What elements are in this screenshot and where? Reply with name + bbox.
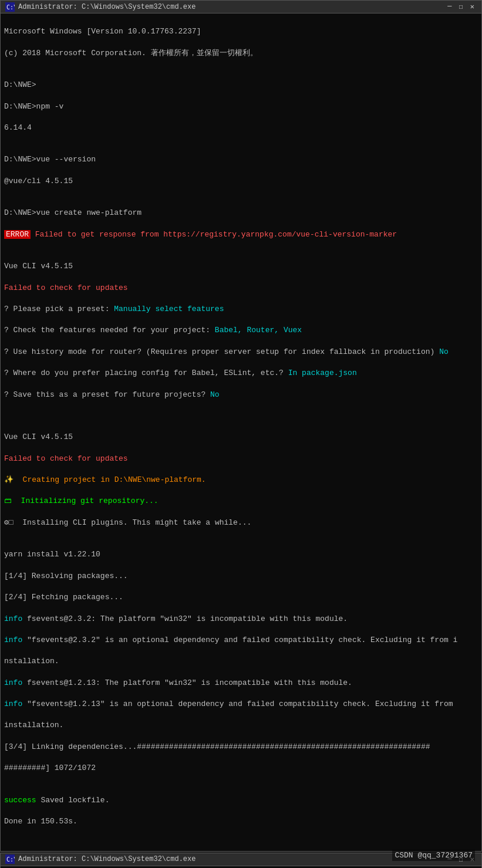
window-title-2: Administrator: C:\Windows\System32\cmd.e… (18, 855, 196, 863)
cmd-icon: C:\ (5, 2, 15, 12)
watermark: CSDN @qq_37291367 (392, 850, 475, 861)
terminal-body-1: Microsoft Windows [Version 10.0.17763.22… (1, 13, 481, 851)
svg-text:C:\: C:\ (6, 856, 15, 863)
title-bar-1: C:\ Administrator: C:\Windows\System32\c… (1, 1, 481, 13)
terminal-window-1[interactable]: C:\ Administrator: C:\Windows\System32\c… (0, 0, 482, 852)
cmd-icon-2: C:\ (5, 855, 15, 864)
terminal-body-2: installation. info fsevents@1.2.13: The … (1, 866, 481, 868)
minimize-btn-1[interactable]: — (445, 2, 454, 11)
window-title-1: Administrator: C:\Windows\System32\cmd.e… (18, 3, 196, 11)
close-btn-1[interactable]: ✕ (468, 2, 477, 11)
maximize-btn-1[interactable]: ☐ (457, 2, 466, 11)
svg-text:C:\: C:\ (6, 4, 15, 11)
window-controls-1[interactable]: — ☐ ✕ (445, 2, 477, 11)
